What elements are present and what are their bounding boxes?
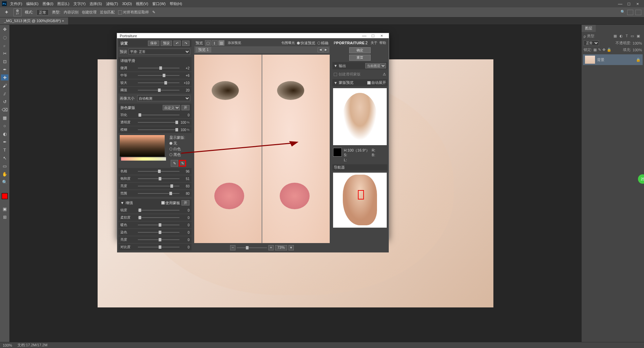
shape-tool-icon[interactable]: ▭	[1, 163, 8, 169]
eyedropper-tool-icon[interactable]: ✒	[1, 66, 8, 72]
layer-name[interactable]: 背景	[597, 57, 604, 62]
opacity-slider[interactable]	[138, 121, 176, 123]
sat-slider[interactable]	[138, 178, 179, 180]
crop-tool-icon[interactable]: ⊡	[1, 58, 8, 64]
menu-edit[interactable]: 编辑(E)	[26, 1, 39, 6]
smooth-med-slider[interactable]	[138, 74, 179, 76]
enhance-section[interactable]: ▼增强 使用蒙板 开	[118, 199, 192, 207]
lock-all-icon[interactable]: 🔒	[607, 48, 611, 52]
hue-slider[interactable]	[138, 170, 179, 172]
dialog-close-icon[interactable]: ×	[377, 33, 386, 38]
bright-slider[interactable]	[138, 239, 179, 241]
document-tab[interactable]: _MG_5313 拷贝 @ 100%(RGB/8*) ×	[0, 17, 68, 24]
warm-slider[interactable]	[138, 224, 179, 226]
zoom-level[interactable]: 100%	[3, 343, 12, 347]
lock-trans-icon[interactable]: ▦	[593, 48, 597, 52]
mask-preview[interactable]	[333, 88, 387, 145]
menu-help[interactable]: 帮助(H)	[170, 1, 182, 6]
help-link[interactable]: 帮助	[379, 41, 386, 45]
filter-adjust-icon[interactable]: ◐	[620, 34, 623, 38]
layer-thumbnail[interactable]	[585, 56, 595, 64]
hand-tool-icon[interactable]: ✋	[1, 171, 8, 177]
move-tool-icon[interactable]: ✥	[1, 26, 8, 32]
zoom-value[interactable]: 73%	[275, 245, 287, 250]
minimize-icon[interactable]: —	[616, 1, 625, 6]
preview-before[interactable]	[194, 55, 262, 243]
sample-all-layers[interactable]: 对所有图层取样	[118, 10, 149, 15]
menu-filter[interactable]: 滤镜(T)	[106, 1, 118, 6]
skinmask-section[interactable]: 肤色蒙版 自定义 开	[118, 104, 192, 112]
menu-select[interactable]: 选择(S)	[90, 1, 102, 6]
path-tool-icon[interactable]: ↖	[1, 155, 8, 161]
menu-window[interactable]: 窗口(W)	[152, 1, 166, 6]
autoexpand-check[interactable]: 自动展开	[367, 80, 386, 85]
menu-view[interactable]: 视图(V)	[136, 1, 148, 6]
navigator-thumb[interactable]	[333, 173, 387, 228]
screen-mode-icon[interactable]: ⊞	[1, 214, 8, 220]
gradient-tool-icon[interactable]: ▦	[1, 115, 8, 121]
filter-type-icon[interactable]: T	[626, 34, 628, 38]
maximize-icon[interactable]: □	[625, 1, 633, 6]
smoothing-section[interactable]: 详细平滑	[118, 57, 192, 65]
redo-button[interactable]: ↷	[182, 41, 190, 46]
search-icon[interactable]: 🔍	[621, 10, 625, 15]
blur-tool-icon[interactable]: ○	[1, 123, 8, 129]
smooth-fine-slider[interactable]	[138, 67, 179, 69]
stamp-tool-icon[interactable]: ⎎	[1, 91, 8, 97]
blur-slider[interactable]	[138, 129, 176, 131]
menu-3d[interactable]: 3D(D)	[122, 2, 132, 6]
fast-preview-radio[interactable]: 快速预览	[297, 41, 315, 46]
zoom-tool-icon[interactable]: 🔍	[1, 179, 8, 185]
output-section[interactable]: ▼输出 当前图层	[332, 62, 387, 69]
layers-tab[interactable]: 图层	[582, 25, 596, 32]
view-horiz-icon[interactable]: ⫿	[212, 40, 218, 46]
eyedropper-sub-icon[interactable]: ✎	[171, 160, 178, 167]
blend-mode-select[interactable]: 正常	[584, 40, 599, 46]
marquee-tool-icon[interactable]: ◌	[1, 34, 8, 40]
close-icon[interactable]: ×	[633, 1, 642, 6]
pen-tool-icon[interactable]: ✒	[1, 139, 8, 145]
preview-after[interactable]	[262, 55, 330, 243]
filter-shape-icon[interactable]: ▭	[631, 34, 634, 38]
use-mask-check[interactable]: 使用蒙板	[161, 200, 180, 206]
healing-brush-icon[interactable]: ✚	[3, 9, 10, 16]
sampled-color-swatch[interactable]	[333, 148, 342, 157]
zoom-menu-icon[interactable]: ▾	[288, 245, 294, 250]
workspace-switcher[interactable]	[627, 10, 633, 15]
foreground-color-swatch[interactable]	[2, 193, 8, 199]
pressure-icon[interactable]: ✎	[152, 10, 155, 14]
zoom-out-button[interactable]: −	[230, 245, 235, 250]
tint-slider[interactable]	[138, 231, 179, 233]
create-mask-check[interactable]: 创建透明蒙版	[338, 72, 361, 77]
view-single-icon[interactable]: ▢	[205, 40, 211, 46]
brush-tool-icon[interactable]: 🖌	[1, 82, 8, 89]
zoom-in-button[interactable]: +	[268, 245, 274, 250]
navigator-viewport-rect[interactable]	[358, 190, 364, 199]
layer-row-background[interactable]: 👁 背景 🔒	[583, 54, 643, 65]
ok-button[interactable]: 确定	[349, 47, 371, 53]
feather-slider[interactable]	[138, 114, 179, 116]
lock-paint-icon[interactable]: ✎	[598, 48, 601, 52]
type-tool-icon[interactable]: T	[1, 147, 8, 153]
dialog-maximize-icon[interactable]: □	[369, 33, 377, 38]
healing-brush-tool-icon[interactable]: ✚	[1, 74, 8, 80]
opacity-value[interactable]: 100%	[633, 41, 642, 45]
filter-pixel-icon[interactable]: ▦	[613, 34, 617, 38]
lasso-tool-icon[interactable]: ⟔	[1, 42, 8, 48]
type-create-texture[interactable]: 创建纹理	[82, 10, 97, 15]
eyedropper-add-icon[interactable]: ✎	[179, 160, 186, 167]
radio-white[interactable]: 白色	[169, 147, 187, 152]
view-vert-icon[interactable]: ▥	[218, 40, 224, 46]
type-content-aware[interactable]: 内容识别	[64, 10, 78, 15]
radio-none[interactable]: 无	[169, 141, 187, 146]
preset-select[interactable]: 平滑: 正常	[128, 49, 190, 55]
portrait-size-select[interactable]: 自动检测	[137, 95, 190, 101]
hue-bar[interactable]	[121, 157, 166, 161]
radio-black[interactable]: 黑色	[169, 152, 187, 157]
reset-button[interactable]: 重置	[349, 55, 371, 61]
skinmask-on-button[interactable]: 开	[181, 105, 190, 110]
menu-type[interactable]: 文字(Y)	[73, 1, 86, 6]
menu-file[interactable]: 文件(F)	[10, 1, 22, 6]
fill-value[interactable]: 100%	[633, 48, 642, 52]
preview-pane[interactable]	[194, 55, 330, 243]
